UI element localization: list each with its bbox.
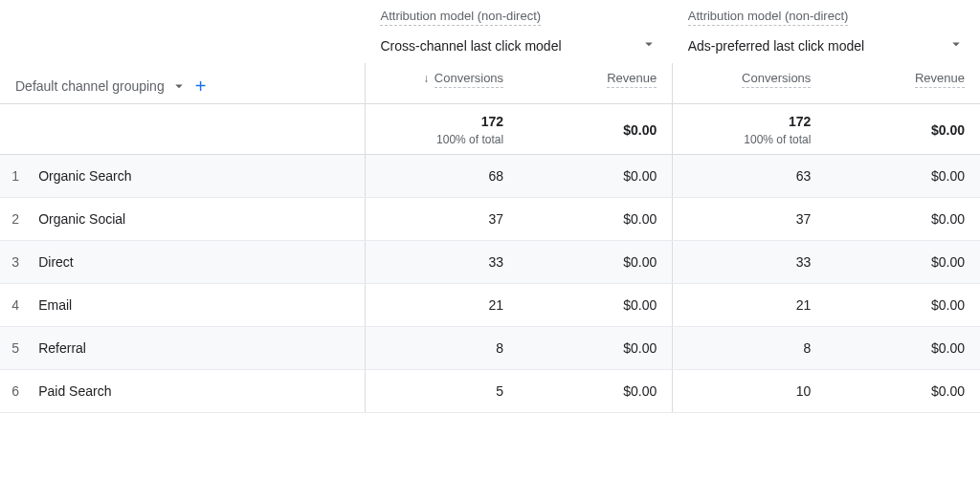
totals-row: 172 100% of total $0.00 172 100% of tota…: [0, 104, 980, 155]
row-revenue-0: $0.00: [519, 198, 673, 241]
row-dimension: Organic Search: [38, 155, 365, 198]
row-index: 5: [0, 327, 38, 370]
row-conversions-1: 8: [673, 327, 827, 370]
attribution-model-label: Attribution model (non-direct): [688, 9, 849, 26]
table-row[interactable]: 4Email21$0.0021$0.00: [0, 284, 980, 327]
model-selector-0[interactable]: Cross-channel last click model: [380, 32, 657, 59]
row-conversions-1: 10: [673, 370, 827, 413]
row-dimension: Email: [38, 284, 365, 327]
row-index: 2: [0, 198, 38, 241]
row-revenue-1: $0.00: [826, 241, 980, 284]
table-row[interactable]: 1Organic Search68$0.0063$0.00: [0, 155, 980, 198]
model-selector-1-value: Ads-preferred last click model: [688, 38, 864, 54]
table-row[interactable]: 6Paid Search5$0.0010$0.00: [0, 370, 980, 413]
total-conversions-1: 172: [673, 114, 811, 129]
dimension-selector[interactable]: Default channel grouping: [15, 77, 188, 95]
total-conversions-0-sub: 100% of total: [366, 133, 503, 146]
row-revenue-1: $0.00: [826, 370, 980, 413]
row-dimension: Direct: [38, 241, 365, 284]
attribution-model-label: Attribution model (non-direct): [380, 9, 541, 26]
row-conversions-1: 21: [673, 284, 827, 327]
row-conversions-1: 33: [673, 241, 827, 284]
chevron-down-icon: [947, 35, 965, 55]
row-revenue-1: $0.00: [826, 155, 980, 198]
row-index: 1: [0, 155, 38, 198]
total-conversions-0: 172: [366, 114, 503, 129]
row-conversions-0: 37: [365, 198, 519, 241]
row-revenue-0: $0.00: [519, 370, 673, 413]
table-row[interactable]: 5Referral8$0.008$0.00: [0, 327, 980, 370]
model-selector-0-value: Cross-channel last click model: [380, 38, 561, 54]
total-conversions-1-sub: 100% of total: [673, 133, 811, 146]
total-revenue-0: $0.00: [519, 122, 657, 138]
row-index: 3: [0, 241, 38, 284]
column-header-revenue-0[interactable]: Revenue: [519, 63, 673, 104]
row-conversions-0: 21: [365, 284, 519, 327]
row-dimension: Paid Search: [38, 370, 365, 413]
row-conversions-1: 37: [673, 198, 827, 241]
row-conversions-0: 68: [365, 155, 519, 198]
model-selector-1[interactable]: Ads-preferred last click model: [688, 32, 965, 59]
row-dimension: Referral: [38, 327, 365, 370]
row-revenue-1: $0.00: [826, 327, 980, 370]
row-index: 4: [0, 284, 38, 327]
sort-desc-icon: ↓: [423, 72, 429, 85]
row-revenue-0: $0.00: [519, 155, 673, 198]
add-dimension-button[interactable]: +: [195, 76, 207, 96]
row-dimension: Organic Social: [38, 198, 365, 241]
column-header-conversions-1[interactable]: Conversions: [673, 63, 827, 104]
attribution-report-table: Attribution model (non-direct) Cross-cha…: [0, 0, 980, 413]
row-conversions-0: 8: [365, 327, 519, 370]
row-index: 6: [0, 370, 38, 413]
row-revenue-1: $0.00: [826, 198, 980, 241]
row-revenue-0: $0.00: [519, 327, 673, 370]
row-conversions-0: 33: [365, 241, 519, 284]
row-conversions-1: 63: [673, 155, 827, 198]
chevron-down-icon: [170, 77, 188, 95]
row-revenue-0: $0.00: [519, 284, 673, 327]
chevron-down-icon: [640, 35, 657, 55]
row-conversions-0: 5: [365, 370, 519, 413]
column-header-conversions-0[interactable]: ↓ Conversions: [365, 63, 519, 104]
column-header-revenue-1[interactable]: Revenue: [826, 63, 980, 104]
total-revenue-1: $0.00: [826, 122, 965, 138]
row-revenue-1: $0.00: [826, 284, 980, 327]
table-row[interactable]: 2Organic Social37$0.0037$0.00: [0, 198, 980, 241]
table-row[interactable]: 3Direct33$0.0033$0.00: [0, 241, 980, 284]
row-revenue-0: $0.00: [519, 241, 673, 284]
dimension-label: Default channel grouping: [15, 78, 165, 94]
